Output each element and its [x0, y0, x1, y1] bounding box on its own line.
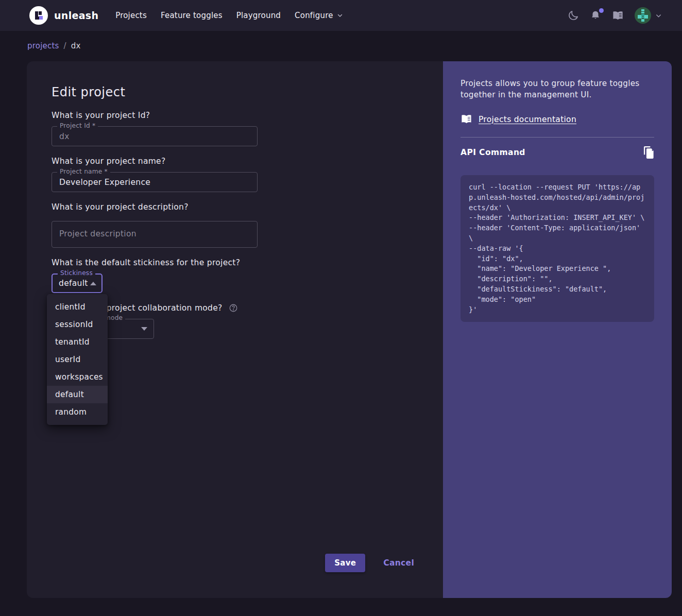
info-sidebar: Projects allows you to group feature tog…: [443, 61, 672, 598]
form-footer: Save Cancel: [325, 554, 414, 572]
nav-item-playground[interactable]: Playground: [236, 11, 281, 20]
profile-menu[interactable]: [635, 7, 662, 24]
menu-item-userid[interactable]: userId: [47, 351, 108, 368]
main-content: Edit project What is your project Id? Pr…: [27, 61, 672, 598]
project-description-input[interactable]: [52, 221, 257, 247]
collaboration-help-button[interactable]: [229, 303, 238, 313]
notification-dot: [599, 8, 604, 13]
stickiness-select-label: Stickiness: [58, 269, 95, 277]
stickiness-dropdown-menu: clientId sessionId tenantId userId works…: [47, 294, 108, 425]
dark-mode-toggle[interactable]: [568, 10, 579, 21]
menu-item-tenantid[interactable]: tenantId: [47, 333, 108, 351]
project-name-field-label: Project name *: [57, 168, 110, 176]
api-command-row: API Command: [461, 146, 654, 159]
brand-name: unleash: [54, 10, 98, 21]
nav-item-feature-toggles[interactable]: Feature toggles: [161, 11, 223, 20]
project-id-field-label: Project Id *: [57, 122, 98, 130]
documentation-button[interactable]: [612, 10, 624, 22]
menu-item-random[interactable]: random: [47, 403, 108, 421]
api-command-code: curl --location --request PUT 'https://a…: [461, 175, 654, 322]
book-icon: [612, 10, 624, 22]
unleash-logo-icon: [29, 6, 48, 25]
moon-icon: [568, 10, 579, 21]
unleash-logo[interactable]: unleash: [29, 6, 98, 25]
cancel-button[interactable]: Cancel: [383, 558, 414, 568]
caret-down-icon: [141, 327, 147, 331]
save-button[interactable]: Save: [325, 554, 365, 572]
book-icon: [461, 113, 472, 125]
project-id-field-outline: Project Id *: [52, 126, 258, 146]
chevron-down-icon: [655, 12, 662, 20]
chevron-down-icon: [336, 12, 344, 19]
api-command-title: API Command: [461, 148, 525, 157]
stickiness-select[interactable]: Stickiness default: [52, 273, 103, 293]
help-icon: [229, 303, 238, 313]
project-name-field-outline: Project name *: [52, 172, 258, 192]
stickiness-select-wrap: Stickiness default clientId sessionId te…: [52, 273, 103, 293]
copy-icon: [643, 146, 654, 159]
doc-link-row: Projects documentation: [461, 113, 654, 125]
caret-up-icon: [90, 282, 96, 285]
project-id-question: What is your project Id?: [52, 111, 418, 120]
breadcrumb-separator: /: [63, 41, 66, 50]
sidebar-description: Projects allows you to group feature tog…: [461, 78, 641, 100]
nav-item-projects[interactable]: Projects: [115, 11, 147, 20]
nav-links: Projects Feature toggles Playground Conf…: [115, 11, 343, 20]
menu-item-sessionid[interactable]: sessionId: [47, 316, 108, 333]
notifications-button[interactable]: [590, 10, 601, 21]
avatar: [635, 7, 651, 24]
project-name-question: What is your project name?: [52, 157, 418, 166]
projects-documentation-link[interactable]: Projects documentation: [479, 115, 576, 124]
menu-item-default[interactable]: default: [47, 386, 108, 403]
sidebar-divider: [461, 137, 654, 138]
menu-item-clientid[interactable]: clientId: [47, 298, 108, 316]
stickiness-question: What is the default stickiness for the p…: [52, 258, 418, 267]
page-title: Edit project: [52, 85, 418, 99]
copy-button[interactable]: [643, 146, 654, 159]
nav-item-configure[interactable]: Configure: [295, 11, 344, 20]
stickiness-select-value: default: [59, 279, 90, 288]
menu-item-workspaces[interactable]: workspaces: [47, 368, 108, 386]
edit-project-card: Edit project What is your project Id? Pr…: [27, 61, 443, 598]
top-navigation: unleash Projects Feature toggles Playgro…: [0, 0, 682, 31]
project-description-question: What is your project description?: [52, 202, 418, 212]
nav-right-actions: [568, 7, 662, 24]
breadcrumb-current: dx: [71, 41, 81, 50]
breadcrumb-projects-link[interactable]: projects: [27, 41, 59, 50]
project-description-field-outline: [52, 221, 258, 248]
nav-item-configure-label: Configure: [295, 11, 333, 20]
breadcrumb: projects / dx: [0, 31, 682, 50]
